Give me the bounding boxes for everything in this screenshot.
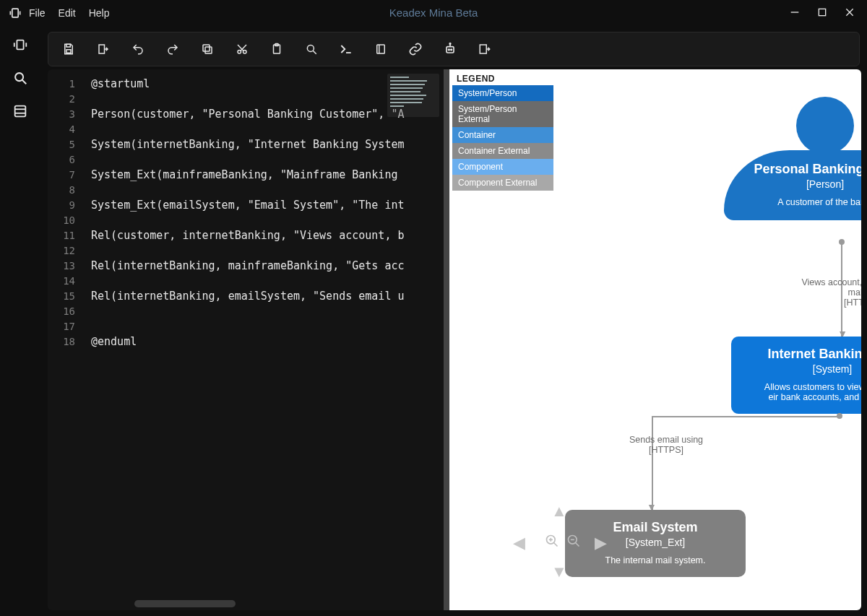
export-icon[interactable] bbox=[96, 42, 111, 56]
svg-point-20 bbox=[307, 45, 314, 51]
relationship-label: Views account, balances, and makes[HTTPS… bbox=[789, 277, 861, 308]
terminal-icon[interactable] bbox=[339, 42, 353, 56]
legend-row: Component External bbox=[452, 175, 553, 191]
legend-row: Container bbox=[452, 127, 553, 143]
activity-bar bbox=[0, 26, 40, 616]
legend-row: Component bbox=[452, 159, 553, 175]
menu-file[interactable]: File bbox=[29, 7, 46, 19]
svg-rect-11 bbox=[66, 44, 70, 47]
pan-up-icon[interactable]: ▲ bbox=[551, 502, 567, 521]
svg-rect-12 bbox=[66, 50, 71, 53]
svg-rect-14 bbox=[205, 47, 212, 53]
link-icon[interactable] bbox=[408, 42, 423, 56]
split-handle[interactable] bbox=[444, 69, 449, 610]
svg-rect-23 bbox=[377, 45, 385, 53]
relationship-label: Sends email using[HTTPS] bbox=[594, 435, 738, 455]
window-maximize-icon[interactable] bbox=[816, 6, 828, 20]
diagram-preview[interactable]: LEGEND System/Person System/Person Exter… bbox=[449, 69, 861, 610]
connector bbox=[652, 416, 653, 510]
legend-row: Container External bbox=[452, 143, 553, 159]
app-logo-icon bbox=[7, 5, 23, 21]
ai-icon[interactable] bbox=[443, 42, 457, 56]
window-minimize-icon[interactable] bbox=[789, 6, 801, 20]
app-title: Keadex Mina Beta bbox=[0, 6, 867, 19]
svg-point-29 bbox=[449, 43, 451, 45]
node-desc: A customer of the bank. bbox=[731, 197, 861, 207]
svg-line-36 bbox=[576, 543, 579, 547]
find-icon[interactable] bbox=[304, 42, 319, 56]
node-type: [System] bbox=[740, 363, 861, 375]
search-icon[interactable] bbox=[12, 69, 29, 87]
book-icon[interactable] bbox=[374, 42, 388, 56]
code-content[interactable]: @startumlPerson(customer, "Personal Bank… bbox=[84, 69, 444, 610]
svg-line-32 bbox=[554, 543, 558, 547]
svg-rect-2 bbox=[819, 9, 825, 15]
legend-row: System/Person External bbox=[452, 101, 553, 127]
svg-point-26 bbox=[449, 49, 450, 51]
legend-title: LEGEND bbox=[452, 72, 553, 85]
pan-right-icon[interactable]: ▶ bbox=[595, 534, 607, 552]
system-node[interactable]: Internet Banking Sys [System] Allows cus… bbox=[731, 337, 861, 414]
minimap[interactable] bbox=[387, 74, 439, 117]
horizontal-scrollbar[interactable] bbox=[134, 600, 236, 607]
svg-rect-15 bbox=[203, 45, 210, 51]
svg-point-6 bbox=[15, 73, 23, 81]
line-gutter: 123456789101112131415161718 bbox=[48, 69, 84, 610]
copy-icon[interactable] bbox=[200, 42, 215, 56]
person-node[interactable]: Personal Banking Cust [Person] A custome… bbox=[724, 97, 861, 220]
node-type: [Person] bbox=[731, 178, 861, 190]
svg-rect-30 bbox=[480, 45, 486, 53]
svg-rect-13 bbox=[99, 45, 105, 53]
cut-icon[interactable] bbox=[235, 42, 249, 56]
zoom-out-icon[interactable] bbox=[566, 534, 581, 551]
svg-line-7 bbox=[22, 80, 27, 84]
library-icon[interactable] bbox=[12, 103, 29, 120]
svg-point-16 bbox=[238, 51, 241, 54]
svg-rect-0 bbox=[12, 9, 18, 17]
pan-zoom-controls: ▲ ▼ ◀ ▶ bbox=[506, 502, 614, 581]
code-editor[interactable]: 123456789101112131415161718 @startumlPer… bbox=[48, 69, 444, 610]
zoom-in-icon[interactable] bbox=[545, 534, 559, 551]
panel-icon[interactable] bbox=[12, 36, 29, 53]
menu-help[interactable]: Help bbox=[89, 7, 110, 19]
svg-rect-8 bbox=[15, 106, 26, 117]
connector bbox=[652, 416, 840, 417]
pan-left-icon[interactable]: ◀ bbox=[513, 534, 525, 552]
node-desc: Allows customers to view informat eir ba… bbox=[740, 382, 861, 402]
redo-icon[interactable] bbox=[165, 42, 180, 56]
save-icon[interactable] bbox=[61, 42, 76, 56]
menu-edit[interactable]: Edit bbox=[59, 7, 76, 19]
svg-line-21 bbox=[313, 51, 316, 54]
close-editor-icon[interactable] bbox=[478, 42, 492, 56]
svg-point-17 bbox=[243, 51, 247, 54]
legend-row: System/Person bbox=[452, 85, 553, 101]
node-title: Internet Banking Sys bbox=[740, 347, 861, 362]
editor-toolbar bbox=[48, 32, 860, 66]
svg-point-27 bbox=[451, 49, 452, 51]
paste-icon[interactable] bbox=[269, 42, 284, 56]
window-close-icon[interactable] bbox=[844, 6, 855, 20]
pan-down-icon[interactable]: ▼ bbox=[551, 563, 567, 581]
undo-icon[interactable] bbox=[131, 42, 145, 56]
node-title: Personal Banking Cust bbox=[731, 162, 861, 177]
legend: LEGEND System/Person System/Person Exter… bbox=[452, 72, 553, 191]
title-bar: File Edit Help Keadex Mina Beta bbox=[0, 0, 867, 26]
svg-rect-5 bbox=[17, 40, 23, 50]
